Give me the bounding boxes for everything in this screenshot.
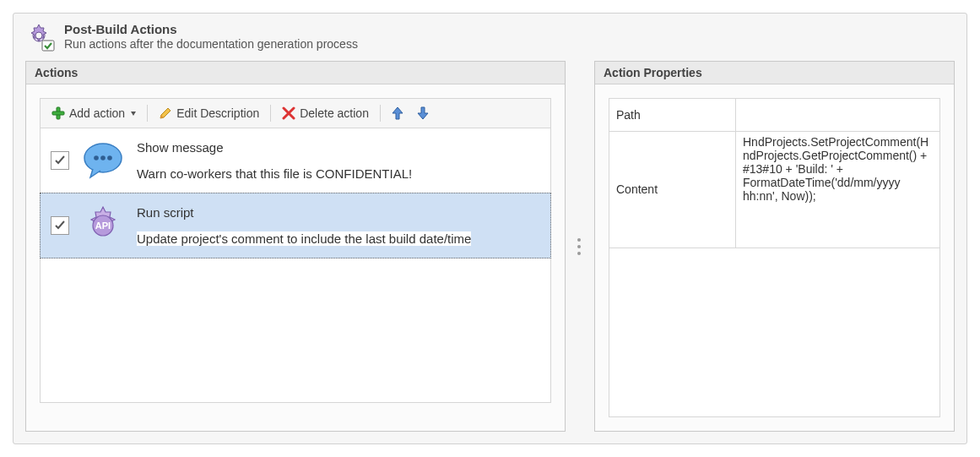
- arrow-up-icon: [390, 106, 405, 121]
- properties-table: Path Content HndProjects.SetProjectComme…: [609, 98, 940, 417]
- property-key: Path: [609, 99, 736, 132]
- speech-bubble-icon: [81, 139, 125, 182]
- svg-point-1: [35, 32, 42, 39]
- move-down-button[interactable]: [411, 102, 435, 124]
- action-title: Show message: [137, 140, 412, 155]
- actions-toolbar: Add action Edit Description: [40, 98, 551, 128]
- property-row[interactable]: Path: [609, 99, 940, 132]
- action-row[interactable]: Show message Warn co-workers that this f…: [41, 128, 550, 193]
- svg-text:API: API: [95, 220, 111, 231]
- toolbar-divider: [380, 105, 381, 122]
- svg-rect-4: [52, 112, 64, 115]
- api-gear-icon: API: [81, 204, 125, 248]
- action-row[interactable]: API Run script Update project's comment …: [40, 193, 551, 258]
- delete-action-button[interactable]: Delete action: [276, 103, 375, 123]
- svg-point-7: [100, 155, 106, 160]
- svg-point-8: [107, 155, 112, 160]
- pencil-icon: [159, 106, 172, 120]
- panel-header: Post-Build Actions Run actions after the…: [25, 22, 955, 52]
- move-up-button[interactable]: [386, 102, 409, 124]
- action-description: Update project's comment to include the …: [137, 231, 471, 246]
- panel-subtitle: Run actions after the documentation gene…: [64, 37, 358, 51]
- svg-rect-2: [42, 41, 54, 51]
- property-row[interactable]: Content HndProjects.SetProjectComment(Hn…: [609, 131, 940, 248]
- arrow-down-icon: [415, 106, 430, 121]
- actions-panel: Actions Add action: [25, 61, 566, 432]
- property-value[interactable]: [736, 99, 940, 132]
- svg-point-6: [94, 155, 99, 160]
- delete-action-label: Delete action: [300, 106, 369, 120]
- property-key: Content: [609, 131, 736, 248]
- add-action-label: Add action: [69, 106, 125, 120]
- actions-list: Show message Warn co-workers that this f…: [40, 128, 551, 403]
- edit-description-label: Edit Description: [176, 106, 259, 120]
- action-title: Run script: [137, 205, 471, 220]
- split-handle[interactable]: [577, 238, 582, 255]
- toolbar-divider: [270, 105, 271, 122]
- properties-panel: Action Properties Path Content HndProjec…: [594, 61, 955, 432]
- property-value[interactable]: HndProjects.SetProjectComment(HndProject…: [736, 131, 940, 248]
- delete-icon: [282, 106, 295, 120]
- properties-panel-title: Action Properties: [595, 62, 954, 84]
- toolbar-divider: [147, 105, 148, 122]
- chevron-down-icon: [131, 112, 136, 116]
- action-checkbox[interactable]: [51, 216, 69, 235]
- action-description: Warn co-workers that this file is CONFID…: [137, 166, 412, 181]
- add-action-button[interactable]: Add action: [46, 103, 142, 123]
- actions-panel-title: Actions: [26, 62, 565, 84]
- edit-description-button[interactable]: Edit Description: [153, 103, 265, 123]
- panel-title: Post-Build Actions: [64, 22, 358, 36]
- post-build-actions-panel: Post-Build Actions Run actions after the…: [13, 13, 967, 444]
- gear-check-icon: [25, 22, 56, 52]
- action-checkbox[interactable]: [51, 151, 69, 170]
- plus-icon: [51, 106, 65, 120]
